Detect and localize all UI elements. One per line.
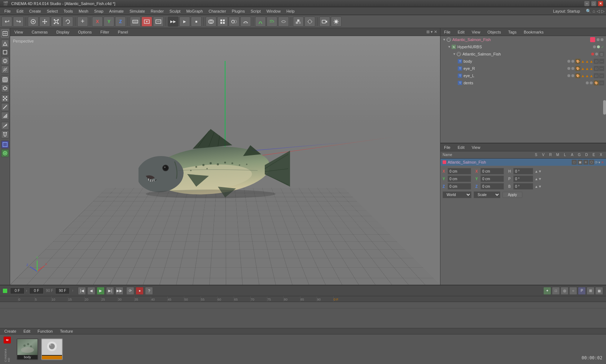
minimize-button[interactable]: − bbox=[584, 1, 589, 6]
material-body[interactable]: body bbox=[17, 338, 38, 360]
viewport-menu-cameras[interactable]: Cameras bbox=[30, 29, 49, 35]
objects-menu-edit[interactable]: Edit bbox=[456, 29, 466, 35]
mat-menu-function[interactable]: Function bbox=[36, 328, 54, 334]
attr-menu-view[interactable]: View bbox=[470, 145, 482, 150]
tl-go-end[interactable]: ▶▶ bbox=[115, 287, 123, 295]
lt-soft-select[interactable] bbox=[1, 149, 9, 157]
viewport-menu-options[interactable]: Options bbox=[76, 29, 93, 35]
lt-texture-mode[interactable] bbox=[1, 141, 9, 148]
coord-z2-input[interactable] bbox=[480, 183, 504, 190]
attr-menu-file[interactable]: File bbox=[443, 145, 452, 150]
mat-menu-texture[interactable]: Texture bbox=[58, 328, 74, 334]
viewport-menu-filter[interactable]: Filter bbox=[99, 29, 110, 35]
wind-button[interactable] bbox=[267, 17, 277, 27]
anim-record-button[interactable]: ▶▶ bbox=[168, 17, 179, 27]
menu-script[interactable]: Script bbox=[248, 7, 264, 15]
lt-grid[interactable] bbox=[1, 76, 9, 84]
coord-y2-input[interactable] bbox=[480, 176, 504, 182]
add-object-button[interactable]: + bbox=[77, 17, 88, 27]
menu-edit[interactable]: Edit bbox=[14, 7, 26, 15]
attr-close[interactable]: ✕ bbox=[601, 160, 604, 164]
lt-faces[interactable] bbox=[1, 112, 9, 120]
object-dents[interactable]: ▽ dents 🎨 ⋯ bbox=[440, 79, 606, 86]
objects-menu-objects[interactable]: Objects bbox=[486, 29, 502, 35]
attr-menu-edit[interactable]: Edit bbox=[456, 145, 466, 150]
menu-file[interactable]: File bbox=[1, 7, 14, 15]
lt-perspective[interactable] bbox=[1, 40, 9, 48]
close-button[interactable]: ✕ bbox=[598, 1, 603, 6]
menu-sculpt[interactable]: Sculpt bbox=[167, 7, 184, 15]
object-atlantic-salmon-child[interactable]: ▼ ◌ Atlantic_Salmon_Fish ◫ bbox=[440, 50, 606, 58]
objects-menu-file[interactable]: File bbox=[443, 29, 452, 35]
tl-key-btn4[interactable]: ○ bbox=[569, 287, 577, 295]
menu-simulate[interactable]: Simulate bbox=[127, 7, 148, 15]
redo-button[interactable]: ↪ bbox=[13, 17, 24, 27]
menu-plugins[interactable]: Plugins bbox=[229, 7, 248, 15]
lt-scale2[interactable] bbox=[1, 66, 9, 74]
vp-close-icon[interactable]: ✕ bbox=[434, 30, 437, 34]
coord-x2-input[interactable] bbox=[480, 168, 504, 174]
light-button[interactable] bbox=[331, 17, 342, 27]
coord-p-input[interactable] bbox=[513, 176, 533, 182]
vp-expand-icon[interactable]: ⊞ bbox=[426, 30, 430, 34]
material-sclera[interactable]: sclera bbox=[41, 338, 63, 360]
viewport-menu-display[interactable]: Display bbox=[55, 29, 71, 35]
start-frame-input[interactable] bbox=[29, 288, 44, 294]
lt-rotate[interactable] bbox=[1, 57, 9, 65]
live-selection-button[interactable] bbox=[28, 17, 39, 27]
lt-knife[interactable] bbox=[1, 122, 9, 130]
render-region-button[interactable] bbox=[130, 17, 141, 27]
lt-polygons[interactable] bbox=[1, 84, 9, 92]
object-hypernurbs[interactable]: ▼ N HyperNURBS ✓ bbox=[440, 43, 606, 50]
coord-p-arrow[interactable]: ▲▼ bbox=[535, 177, 542, 181]
end-frame-input[interactable] bbox=[55, 288, 70, 294]
tl-question[interactable]: ? bbox=[145, 287, 153, 295]
camera-button[interactable] bbox=[319, 17, 330, 27]
lt-edges[interactable] bbox=[1, 103, 9, 111]
render-settings-button[interactable] bbox=[153, 17, 164, 27]
x-axis-button[interactable]: X bbox=[92, 17, 103, 27]
spline-wrap-button[interactable] bbox=[278, 17, 289, 27]
objects-menu-view[interactable]: View bbox=[470, 29, 482, 35]
tl-key-btn3[interactable]: ◎ bbox=[561, 287, 568, 295]
lt-box[interactable] bbox=[1, 48, 9, 56]
z-axis-button[interactable]: Z bbox=[115, 17, 126, 27]
anim-stop-button[interactable]: ■ bbox=[191, 17, 202, 27]
undo-button[interactable]: ↩ bbox=[1, 17, 12, 27]
tl-go-start[interactable]: |◀ bbox=[78, 287, 86, 295]
anim-play-button[interactable]: ▶ bbox=[179, 17, 190, 27]
mat-menu-create[interactable]: Create bbox=[3, 328, 18, 334]
menu-mograph[interactable]: MoGraph bbox=[183, 7, 206, 15]
menu-render[interactable]: Render bbox=[148, 7, 167, 15]
menu-animate[interactable]: Animate bbox=[106, 7, 127, 15]
search-icon[interactable]: 🔍 bbox=[586, 9, 591, 14]
y-axis-button[interactable]: Y bbox=[104, 17, 114, 27]
lt-points[interactable] bbox=[1, 94, 9, 102]
fracture-button[interactable] bbox=[304, 17, 315, 27]
tl-prev-frame[interactable]: ◀ bbox=[87, 287, 95, 295]
timeline-track-area[interactable] bbox=[0, 302, 606, 328]
mat-menu-edit[interactable]: Edit bbox=[22, 328, 32, 334]
rotate-tool-button[interactable] bbox=[62, 17, 73, 27]
apply-button[interactable]: Apply bbox=[502, 192, 522, 198]
coord-x1-input[interactable] bbox=[448, 168, 471, 174]
arrow-right-icon[interactable]: ▷ bbox=[601, 9, 605, 14]
objects-menu-bookmarks[interactable]: Bookmarks bbox=[522, 29, 545, 35]
viewport-canvas[interactable]: Perspective bbox=[10, 36, 440, 285]
menu-window[interactable]: Window bbox=[264, 7, 284, 15]
coord-z1-input[interactable] bbox=[448, 183, 471, 190]
coord-h-arrow[interactable]: ▲▼ bbox=[535, 169, 542, 173]
tl-key-btn6[interactable]: ⊞ bbox=[587, 287, 594, 295]
tl-loop[interactable]: ⟳ bbox=[126, 287, 134, 295]
object-eye-l[interactable]: ▽ eye_L 🎨 ▲ ▲ ▲ □ ⋯ bbox=[440, 72, 606, 79]
current-frame-input[interactable] bbox=[10, 288, 25, 294]
vp-settings-icon[interactable]: ▾ bbox=[431, 30, 433, 34]
menu-mesh[interactable]: Mesh bbox=[76, 7, 91, 15]
menu-tools[interactable]: Tools bbox=[61, 7, 76, 15]
move-tool-button[interactable] bbox=[39, 17, 50, 27]
instance-button[interactable] bbox=[229, 17, 240, 27]
tl-next-frame[interactable]: ▶| bbox=[106, 287, 114, 295]
objects-menu-tags[interactable]: Tags bbox=[507, 29, 518, 35]
arrow-left-icon[interactable]: ◁ bbox=[597, 9, 600, 14]
attr-selected-object-row[interactable]: Atlantic_Salmon_Fish □ ▣ ≡ ⬡ ⟳ ▾ ✕ bbox=[440, 159, 606, 166]
